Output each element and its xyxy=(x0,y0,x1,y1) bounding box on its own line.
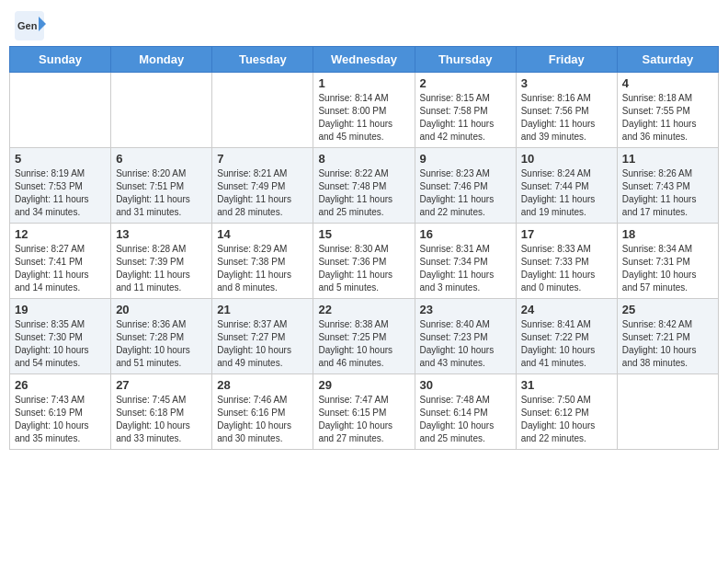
calendar-cell: 16Sunrise: 8:31 AM Sunset: 7:34 PM Dayli… xyxy=(415,224,516,299)
calendar-cell: 15Sunrise: 8:30 AM Sunset: 7:36 PM Dayli… xyxy=(313,224,415,299)
calendar-cell: 26Sunrise: 7:43 AM Sunset: 6:19 PM Dayli… xyxy=(10,374,111,450)
cell-content: Sunrise: 8:27 AM Sunset: 7:41 PM Dayligh… xyxy=(15,243,106,294)
cell-content: Sunrise: 8:38 AM Sunset: 7:25 PM Dayligh… xyxy=(318,318,409,370)
day-number: 20 xyxy=(116,303,207,316)
calendar-cell: 9Sunrise: 8:23 AM Sunset: 7:46 PM Daylig… xyxy=(415,148,516,224)
calendar-cell: 1Sunrise: 8:14 AM Sunset: 8:00 PM Daylig… xyxy=(313,73,415,148)
calendar-cell: 29Sunrise: 7:47 AM Sunset: 6:15 PM Dayli… xyxy=(313,374,415,450)
cell-content: Sunrise: 8:41 AM Sunset: 7:22 PM Dayligh… xyxy=(521,318,612,370)
calendar-cell xyxy=(111,73,212,148)
column-header-monday: Monday xyxy=(111,47,212,73)
day-number: 18 xyxy=(622,227,713,241)
svg-text:Gen: Gen xyxy=(17,20,38,31)
calendar-cell xyxy=(617,374,718,450)
calendar-cell: 27Sunrise: 7:45 AM Sunset: 6:18 PM Dayli… xyxy=(111,374,212,450)
day-number: 26 xyxy=(15,378,106,392)
calendar-cell: 11Sunrise: 8:26 AM Sunset: 7:43 PM Dayli… xyxy=(617,148,718,224)
calendar-cell: 14Sunrise: 8:29 AM Sunset: 7:38 PM Dayli… xyxy=(212,224,313,299)
calendar-cell: 5Sunrise: 8:19 AM Sunset: 7:53 PM Daylig… xyxy=(10,148,111,224)
cell-content: Sunrise: 8:42 AM Sunset: 7:21 PM Dayligh… xyxy=(622,318,713,370)
cell-content: Sunrise: 7:46 AM Sunset: 6:16 PM Dayligh… xyxy=(217,394,308,445)
day-number: 14 xyxy=(217,227,308,241)
day-number: 17 xyxy=(521,227,612,241)
calendar-cell: 24Sunrise: 8:41 AM Sunset: 7:22 PM Dayli… xyxy=(516,299,617,374)
calendar-cell xyxy=(10,73,111,148)
column-header-tuesday: Tuesday xyxy=(212,47,313,73)
day-number: 27 xyxy=(116,378,207,392)
day-number: 1 xyxy=(318,76,409,90)
cell-content: Sunrise: 8:33 AM Sunset: 7:33 PM Dayligh… xyxy=(521,243,612,294)
day-number: 8 xyxy=(318,152,409,166)
day-number: 12 xyxy=(15,227,106,241)
cell-content: Sunrise: 8:40 AM Sunset: 7:23 PM Dayligh… xyxy=(420,318,511,370)
calendar-week-2: 5Sunrise: 8:19 AM Sunset: 7:53 PM Daylig… xyxy=(10,148,719,224)
cell-content: Sunrise: 8:22 AM Sunset: 7:48 PM Dayligh… xyxy=(318,167,409,219)
day-number: 15 xyxy=(318,227,409,241)
column-header-thursday: Thursday xyxy=(415,47,516,73)
day-number: 11 xyxy=(622,152,713,166)
cell-content: Sunrise: 8:35 AM Sunset: 7:30 PM Dayligh… xyxy=(15,318,106,370)
calendar-week-1: 1Sunrise: 8:14 AM Sunset: 8:00 PM Daylig… xyxy=(10,73,719,148)
calendar-week-5: 26Sunrise: 7:43 AM Sunset: 6:19 PM Dayli… xyxy=(10,374,719,450)
cell-content: Sunrise: 8:29 AM Sunset: 7:38 PM Dayligh… xyxy=(217,243,308,294)
day-number: 10 xyxy=(521,152,612,166)
day-number: 31 xyxy=(521,378,612,392)
calendar-cell xyxy=(212,73,313,148)
calendar-cell: 12Sunrise: 8:27 AM Sunset: 7:41 PM Dayli… xyxy=(10,224,111,299)
cell-content: Sunrise: 8:23 AM Sunset: 7:46 PM Dayligh… xyxy=(420,167,511,219)
cell-content: Sunrise: 8:31 AM Sunset: 7:34 PM Dayligh… xyxy=(420,243,511,294)
cell-content: Sunrise: 8:14 AM Sunset: 8:00 PM Dayligh… xyxy=(318,92,409,144)
day-number: 28 xyxy=(217,378,308,392)
day-number: 6 xyxy=(116,152,207,166)
calendar-cell: 19Sunrise: 8:35 AM Sunset: 7:30 PM Dayli… xyxy=(10,299,111,374)
column-header-friday: Friday xyxy=(516,47,617,73)
day-number: 19 xyxy=(15,303,106,316)
calendar-cell: 2Sunrise: 8:15 AM Sunset: 7:58 PM Daylig… xyxy=(415,73,516,148)
calendar-cell: 22Sunrise: 8:38 AM Sunset: 7:25 PM Dayli… xyxy=(313,299,415,374)
logo-icon: Gen xyxy=(13,9,46,42)
calendar-header-row: SundayMondayTuesdayWednesdayThursdayFrid… xyxy=(10,47,719,73)
cell-content: Sunrise: 7:48 AM Sunset: 6:14 PM Dayligh… xyxy=(420,394,511,445)
calendar-cell: 21Sunrise: 8:37 AM Sunset: 7:27 PM Dayli… xyxy=(212,299,313,374)
cell-content: Sunrise: 8:26 AM Sunset: 7:43 PM Dayligh… xyxy=(622,167,713,219)
day-number: 3 xyxy=(521,76,612,90)
cell-content: Sunrise: 8:30 AM Sunset: 7:36 PM Dayligh… xyxy=(318,243,409,294)
calendar-cell: 10Sunrise: 8:24 AM Sunset: 7:44 PM Dayli… xyxy=(516,148,617,224)
page-header: Gen xyxy=(9,9,719,42)
cell-content: Sunrise: 8:18 AM Sunset: 7:55 PM Dayligh… xyxy=(622,92,713,144)
day-number: 30 xyxy=(420,378,511,392)
day-number: 2 xyxy=(420,76,511,90)
column-header-saturday: Saturday xyxy=(617,47,718,73)
day-number: 9 xyxy=(420,152,511,166)
calendar-cell: 6Sunrise: 8:20 AM Sunset: 7:51 PM Daylig… xyxy=(111,148,212,224)
calendar-cell: 20Sunrise: 8:36 AM Sunset: 7:28 PM Dayli… xyxy=(111,299,212,374)
cell-content: Sunrise: 7:50 AM Sunset: 6:12 PM Dayligh… xyxy=(521,394,612,445)
calendar-cell: 7Sunrise: 8:21 AM Sunset: 7:49 PM Daylig… xyxy=(212,148,313,224)
calendar-cell: 30Sunrise: 7:48 AM Sunset: 6:14 PM Dayli… xyxy=(415,374,516,450)
calendar-cell: 3Sunrise: 8:16 AM Sunset: 7:56 PM Daylig… xyxy=(516,73,617,148)
cell-content: Sunrise: 8:24 AM Sunset: 7:44 PM Dayligh… xyxy=(521,167,612,219)
day-number: 22 xyxy=(318,303,409,316)
day-number: 5 xyxy=(15,152,106,166)
cell-content: Sunrise: 8:21 AM Sunset: 7:49 PM Dayligh… xyxy=(217,167,308,219)
day-number: 21 xyxy=(217,303,308,316)
cell-content: Sunrise: 7:47 AM Sunset: 6:15 PM Dayligh… xyxy=(318,394,409,445)
cell-content: Sunrise: 8:28 AM Sunset: 7:39 PM Dayligh… xyxy=(116,243,207,294)
cell-content: Sunrise: 8:20 AM Sunset: 7:51 PM Dayligh… xyxy=(116,167,207,219)
calendar-cell: 28Sunrise: 7:46 AM Sunset: 6:16 PM Dayli… xyxy=(212,374,313,450)
day-number: 7 xyxy=(217,152,308,166)
day-number: 16 xyxy=(420,227,511,241)
calendar-table: SundayMondayTuesdayWednesdayThursdayFrid… xyxy=(9,46,719,450)
day-number: 23 xyxy=(420,303,511,316)
cell-content: Sunrise: 7:45 AM Sunset: 6:18 PM Dayligh… xyxy=(116,394,207,445)
cell-content: Sunrise: 8:16 AM Sunset: 7:56 PM Dayligh… xyxy=(521,92,612,144)
cell-content: Sunrise: 8:36 AM Sunset: 7:28 PM Dayligh… xyxy=(116,318,207,370)
cell-content: Sunrise: 8:19 AM Sunset: 7:53 PM Dayligh… xyxy=(15,167,106,219)
column-header-sunday: Sunday xyxy=(10,47,111,73)
day-number: 25 xyxy=(622,303,713,316)
cell-content: Sunrise: 7:43 AM Sunset: 6:19 PM Dayligh… xyxy=(15,394,106,445)
calendar-cell: 4Sunrise: 8:18 AM Sunset: 7:55 PM Daylig… xyxy=(617,73,718,148)
calendar-week-3: 12Sunrise: 8:27 AM Sunset: 7:41 PM Dayli… xyxy=(10,224,719,299)
cell-content: Sunrise: 8:15 AM Sunset: 7:58 PM Dayligh… xyxy=(420,92,511,144)
logo: Gen xyxy=(13,9,48,42)
